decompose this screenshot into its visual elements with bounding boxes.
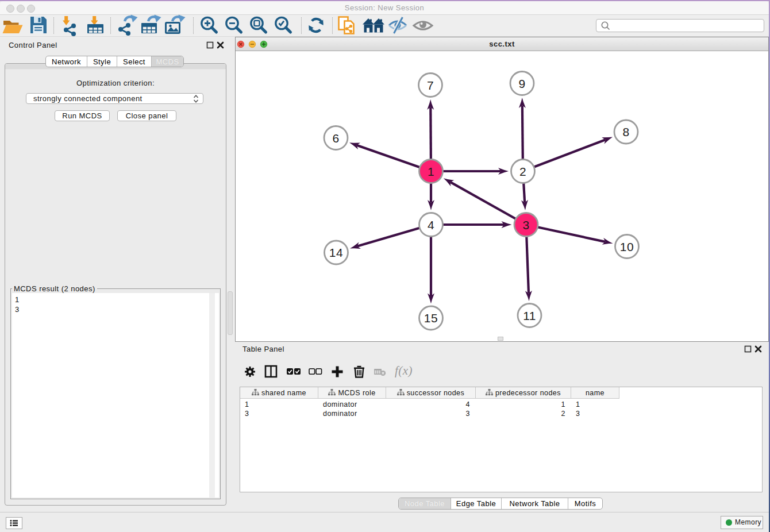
svg-text:7: 7 <box>427 79 434 92</box>
svg-text:4: 4 <box>428 218 434 232</box>
svg-text:11: 11 <box>523 309 536 322</box>
svg-text:15: 15 <box>424 311 438 325</box>
svg-text:6: 6 <box>332 132 339 145</box>
svg-text:3: 3 <box>522 218 529 232</box>
svg-text:9: 9 <box>518 77 525 90</box>
svg-text:2: 2 <box>519 165 526 178</box>
svg-text:14: 14 <box>329 246 343 259</box>
svg-text:8: 8 <box>622 125 629 138</box>
svg-text:10: 10 <box>620 240 634 253</box>
svg-text:1: 1 <box>428 165 434 178</box>
